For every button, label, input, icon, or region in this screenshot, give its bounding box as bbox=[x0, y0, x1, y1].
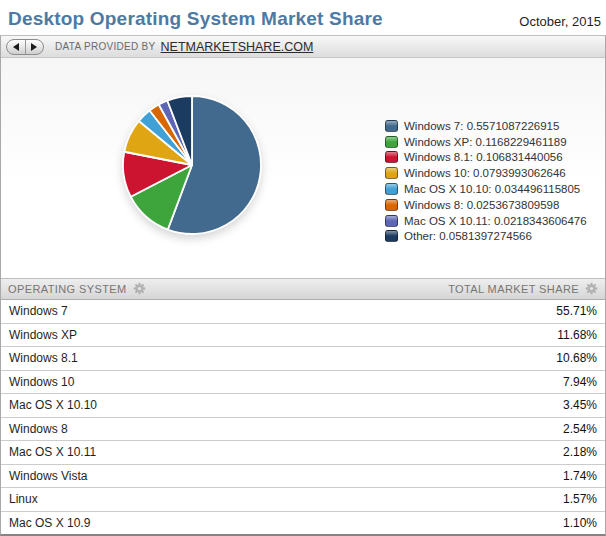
os-name: Windows 8.1 bbox=[9, 351, 78, 365]
column-header-os: OPERATING SYSTEM bbox=[8, 282, 146, 297]
prev-month-button[interactable] bbox=[7, 40, 25, 54]
legend-label: Windows 8.1: 0.106831440056 bbox=[404, 151, 563, 163]
table-row: Windows 7 55.71% bbox=[1, 300, 605, 324]
share-value: 2.18% bbox=[563, 445, 597, 459]
share-value: 10.68% bbox=[556, 351, 597, 365]
table-row: Windows 8.1 10.68% bbox=[1, 347, 605, 371]
legend-item: Windows 8.1: 0.106831440056 bbox=[385, 150, 587, 166]
market-share-table: Windows 7 55.71% Windows XP 11.68% Windo… bbox=[1, 300, 605, 534]
legend-swatch bbox=[385, 230, 398, 242]
share-value: 1.74% bbox=[563, 469, 597, 483]
legend-swatch bbox=[385, 199, 398, 211]
table-row: Mac OS X 10.11 2.18% bbox=[1, 441, 605, 465]
legend-swatch bbox=[385, 151, 398, 163]
legend-swatch bbox=[385, 120, 398, 132]
table-row: Mac OS X 10.10 3.45% bbox=[1, 394, 605, 418]
pie-chart bbox=[111, 84, 273, 246]
table-row: Windows Vista 1.74% bbox=[1, 465, 605, 489]
column-header-share-label: TOTAL MARKET SHARE bbox=[448, 283, 579, 295]
os-name: Mac OS X 10.11 bbox=[9, 445, 96, 459]
legend-item: Windows 8: 0.0253673809598 bbox=[385, 197, 587, 213]
table-row: Windows XP 11.68% bbox=[1, 324, 605, 348]
legend-swatch bbox=[385, 215, 398, 227]
os-name: Windows 7 bbox=[9, 304, 68, 318]
month-nav-control bbox=[6, 39, 44, 55]
legend-swatch bbox=[385, 136, 398, 148]
legend-label: Windows 10: 0.0793993062646 bbox=[404, 167, 566, 179]
right-arrow-icon bbox=[31, 43, 37, 51]
column-header-share: TOTAL MARKET SHARE bbox=[448, 282, 598, 297]
table-row: Mac OS X 10.9 1.10% bbox=[1, 512, 605, 535]
chart-area: Windows 7: 0.5571087226915 Windows XP: 0… bbox=[1, 58, 605, 278]
legend-label: Windows 8: 0.0253673809598 bbox=[404, 199, 559, 211]
page-header: Desktop Operating System Market Share Oc… bbox=[0, 0, 606, 35]
os-name: Windows 8 bbox=[9, 422, 68, 436]
legend-label: Windows 7: 0.5571087226915 bbox=[404, 120, 559, 132]
share-value: 1.57% bbox=[563, 492, 597, 506]
page-title: Desktop Operating System Market Share bbox=[8, 8, 383, 30]
legend-label: Windows XP: 0.1168229461189 bbox=[404, 136, 567, 148]
legend-item: Windows 10: 0.0793993062646 bbox=[385, 165, 587, 181]
column-header-os-label: OPERATING SYSTEM bbox=[8, 283, 127, 295]
table-row: Linux 1.57% bbox=[1, 488, 605, 512]
data-provided-by-label: DATA PROVIDED BY bbox=[55, 41, 156, 52]
legend-item: Windows XP: 0.1168229461189 bbox=[385, 134, 587, 150]
legend-item: Windows 7: 0.5571087226915 bbox=[385, 118, 587, 134]
share-value: 1.10% bbox=[563, 516, 597, 530]
os-name: Windows XP bbox=[9, 328, 77, 342]
legend-label: Mac OS X 10.10: 0.034496115805 bbox=[404, 183, 580, 195]
legend-label: Other: 0.0581397274566 bbox=[404, 230, 532, 242]
os-name: Windows Vista bbox=[9, 469, 87, 483]
share-value: 55.71% bbox=[556, 304, 597, 318]
table-row: Windows 10 7.94% bbox=[1, 371, 605, 395]
legend-swatch bbox=[385, 167, 398, 179]
settings-gear-icon[interactable] bbox=[133, 282, 146, 297]
table-row: Windows 8 2.54% bbox=[1, 418, 605, 442]
table-header: OPERATING SYSTEM TOTAL M bbox=[1, 278, 605, 300]
market-share-widget: DATA PROVIDED BY NETMARKETSHARE.COM Wind… bbox=[0, 35, 606, 536]
share-value: 2.54% bbox=[563, 422, 597, 436]
share-value: 11.68% bbox=[557, 328, 597, 342]
toolbar: DATA PROVIDED BY NETMARKETSHARE.COM bbox=[1, 36, 605, 58]
legend-item: Mac OS X 10.11: 0.0218343606476 bbox=[385, 213, 587, 229]
legend-swatch bbox=[385, 183, 398, 195]
settings-gear-icon[interactable] bbox=[585, 282, 598, 297]
share-value: 3.45% bbox=[563, 398, 597, 412]
os-name: Linux bbox=[9, 492, 38, 506]
os-name: Windows 10 bbox=[9, 375, 74, 389]
chart-legend: Windows 7: 0.5571087226915 Windows XP: 0… bbox=[385, 118, 587, 244]
report-date: October, 2015 bbox=[519, 14, 601, 30]
next-month-button[interactable] bbox=[25, 40, 44, 54]
legend-item: Other: 0.0581397274566 bbox=[385, 229, 587, 245]
os-name: Mac OS X 10.10 bbox=[9, 398, 97, 412]
os-name: Mac OS X 10.9 bbox=[9, 516, 90, 530]
market-share-page: Desktop Operating System Market Share Oc… bbox=[0, 0, 606, 536]
netmarketshare-link[interactable]: NETMARKETSHARE.COM bbox=[161, 40, 314, 54]
share-value: 7.94% bbox=[563, 375, 597, 389]
legend-label: Mac OS X 10.11: 0.0218343606476 bbox=[404, 215, 587, 227]
legend-item: Mac OS X 10.10: 0.034496115805 bbox=[385, 181, 587, 197]
left-arrow-icon bbox=[13, 43, 19, 51]
